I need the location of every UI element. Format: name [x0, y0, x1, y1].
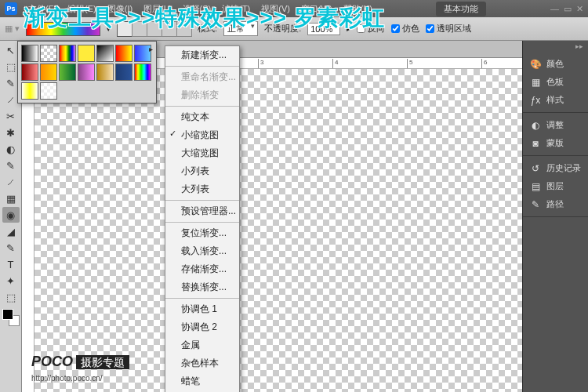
gradient-reflected-icon[interactable] — [162, 21, 177, 37]
history-icon: ↺ — [529, 163, 542, 174]
panel-paths[interactable]: ✎路径 — [523, 195, 588, 213]
menu-preset-manager[interactable]: 预设管理器... — [165, 202, 239, 220]
tool-5[interactable]: ✱ — [2, 125, 20, 140]
gradient-dropdown-icon[interactable]: ▾ — [107, 25, 111, 33]
options-bar: ▦ ▾ ▾ 模式: 正常 不透明度: 100% ▸ 反向 仿色 透明区域 — [0, 17, 588, 41]
tool-12[interactable]: ✎ — [2, 240, 20, 256]
gradient-preset-8[interactable] — [40, 64, 57, 81]
panel-color[interactable]: 🎨颜色 — [523, 55, 588, 73]
gradient-preset-15[interactable] — [40, 82, 57, 100]
gradient-angle-icon[interactable] — [147, 21, 162, 37]
gradient-preset-3[interactable] — [78, 45, 95, 62]
menu-rename-gradient: 重命名渐变... — [165, 68, 239, 86]
canvas[interactable] — [34, 69, 522, 392]
menu-noise[interactable]: 杂色样本 — [165, 354, 239, 372]
gradient-type-group — [117, 21, 191, 37]
tool-9[interactable]: ▦ — [2, 191, 20, 206]
close-icon[interactable]: ✕ — [576, 4, 583, 14]
presets-flyout-icon[interactable]: ▸ — [149, 45, 153, 53]
menu-large-thumb[interactable]: 大缩览图 — [165, 144, 239, 162]
menu-file[interactable]: 文件(F) — [28, 3, 56, 15]
tool-13[interactable]: T — [2, 256, 20, 272]
menubar: Ps 文件(F) 编辑(E) 图像(I) 图层(L) 选择(S) 滤镜(T) 视… — [0, 0, 588, 17]
menu-metal[interactable]: 金属 — [165, 336, 239, 354]
menu-layer[interactable]: 图层(L) — [143, 3, 171, 15]
menu-select[interactable]: 选择(S) — [183, 3, 212, 15]
menu-large-list[interactable]: 大列表 — [165, 180, 239, 198]
gradient-preset-13[interactable] — [134, 64, 151, 81]
panel-styles[interactable]: ƒx样式 — [523, 91, 588, 109]
gradient-linear-icon[interactable] — [117, 21, 132, 37]
color-wells[interactable] — [2, 309, 20, 326]
gradient-diamond-icon[interactable] — [176, 21, 192, 37]
gradient-preview[interactable] — [26, 22, 100, 36]
menu-filter[interactable]: 滤镜(T) — [222, 3, 250, 15]
tool-7[interactable]: ✎ — [2, 158, 20, 173]
gradient-preset-11[interactable] — [96, 64, 114, 81]
gradient-radial-icon[interactable] — [132, 21, 147, 37]
menu-image[interactable]: 图像(I) — [107, 3, 132, 15]
menu-delete-gradient: 删除渐变 — [165, 86, 239, 104]
menu-pastel[interactable]: 蜡笔 — [165, 372, 239, 390]
presets-flyout-menu: 新建渐变... 重命名渐变... 删除渐变 纯文本 小缩览图 大缩览图 小列表 … — [165, 45, 240, 392]
collapse-panels-icon[interactable]: ▸▸ — [523, 41, 588, 52]
menu-harmonic1[interactable]: 协调色 1 — [165, 300, 239, 318]
menu-edit[interactable]: 编辑(E) — [67, 3, 96, 15]
gradient-presets-popup: ▸ — [17, 41, 157, 103]
gradient-preset-5[interactable] — [115, 45, 132, 62]
dither-checkbox[interactable]: 仿色 — [391, 23, 419, 34]
panel-adjustments[interactable]: ◐调整 — [523, 116, 588, 134]
tool-6[interactable]: ◐ — [2, 141, 20, 157]
panels-dock: ▸▸ 🎨颜色 ▦色板 ƒx样式 ◐调整 ◙蒙版 ↺历史记录 ▤图层 ✎路径 — [522, 41, 588, 392]
tool-11[interactable]: ◢ — [2, 223, 20, 239]
app-logo-icon: Ps — [5, 2, 17, 15]
transparency-checkbox[interactable]: 透明区域 — [426, 23, 471, 34]
menu-replace-gradients[interactable]: 替换渐变... — [165, 278, 239, 296]
gradient-preset-9[interactable] — [59, 64, 76, 81]
gradient-preset-7[interactable] — [21, 64, 38, 81]
menu-reset-gradients[interactable]: 复位渐变... — [165, 224, 239, 242]
menu-small-list[interactable]: 小列表 — [165, 162, 239, 180]
mode-select[interactable]: 正常 — [223, 21, 258, 36]
mode-label: 模式: — [198, 23, 217, 34]
panel-swatches[interactable]: ▦色板 — [523, 73, 588, 91]
workspace-switcher[interactable]: 基本功能 — [436, 2, 486, 16]
panel-masks[interactable]: ◙蒙版 — [523, 134, 588, 152]
maximize-icon[interactable]: ▭ — [564, 4, 572, 14]
reverse-checkbox[interactable]: 反向 — [357, 23, 385, 34]
gradient-preset-2[interactable] — [59, 45, 76, 62]
menu-save-gradients[interactable]: 存储渐变... — [165, 260, 239, 278]
window-controls: — ▭ ✕ — [550, 4, 583, 14]
paths-icon: ✎ — [529, 199, 542, 210]
gradient-preset-12[interactable] — [115, 64, 132, 81]
tool-4[interactable]: ✂ — [2, 108, 20, 124]
gradient-preset-14[interactable] — [21, 82, 38, 100]
menu-small-thumb[interactable]: 小缩览图 — [165, 126, 239, 144]
gradient-preset-0[interactable] — [21, 45, 38, 62]
panel-layers[interactable]: ▤图层 — [523, 177, 588, 195]
menu-harmonic2[interactable]: 协调色 2 — [165, 318, 239, 336]
opacity-input[interactable]: 100% — [307, 23, 340, 35]
menu-window[interactable]: 窗口(W) — [301, 3, 332, 15]
menu-load-gradients[interactable]: 载入渐变... — [165, 242, 239, 260]
gradient-preset-4[interactable] — [96, 45, 114, 62]
adjustments-icon: ◐ — [529, 120, 542, 131]
gradient-preset-10[interactable] — [78, 64, 95, 81]
opacity-label: 不透明度: — [264, 23, 301, 34]
swatches-icon: ▦ — [529, 77, 542, 88]
tool-8[interactable]: ⟋ — [2, 174, 20, 190]
gradient-preset-1[interactable] — [40, 45, 57, 62]
styles-icon: ƒx — [529, 95, 542, 106]
masks-icon: ◙ — [529, 138, 542, 149]
menu-new-gradient[interactable]: 新建渐变... — [165, 46, 239, 64]
color-icon: 🎨 — [529, 59, 542, 70]
tool-10[interactable]: ◉ — [2, 207, 20, 223]
ruler-vertical — [22, 69, 34, 392]
tool-15[interactable]: ⬚ — [2, 289, 20, 305]
menu-text-only[interactable]: 纯文本 — [165, 108, 239, 126]
panel-history[interactable]: ↺历史记录 — [523, 159, 588, 177]
menu-help[interactable]: 帮助(H) — [343, 3, 372, 15]
tool-14[interactable]: ✦ — [2, 273, 20, 289]
minimize-icon[interactable]: — — [550, 4, 559, 14]
menu-view[interactable]: 视图(V) — [261, 3, 290, 15]
